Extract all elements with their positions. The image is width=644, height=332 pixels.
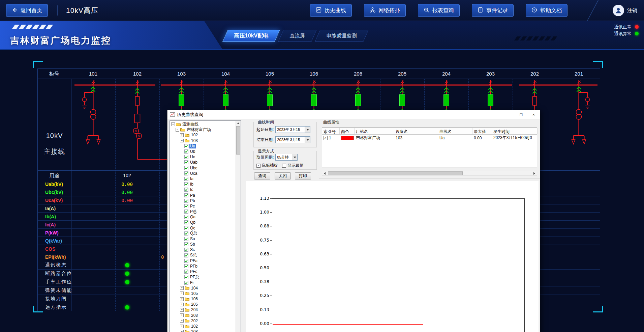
tree-item-Pc[interactable]: Pc bbox=[170, 203, 236, 209]
tree-item-PFa[interactable]: PFa bbox=[170, 258, 236, 264]
tree-expander-icon[interactable]: + bbox=[180, 292, 184, 295]
tree-scrollbar-thumb[interactable] bbox=[236, 126, 240, 155]
status-label: 弹簧未储能 bbox=[45, 287, 72, 294]
scroll-left-icon[interactable] bbox=[322, 171, 327, 175]
tree-expander-icon[interactable]: + bbox=[180, 303, 184, 306]
tree-expander-icon[interactable]: − bbox=[180, 139, 184, 142]
nav-button-event-log[interactable]: 事件记录 bbox=[472, 4, 514, 17]
tree-item-104[interactable]: +104 bbox=[170, 285, 236, 291]
tree-scrollbar[interactable] bbox=[236, 121, 241, 332]
folder-icon bbox=[185, 330, 189, 332]
tree-item-S总[interactable]: S总 bbox=[170, 253, 236, 258]
dropdown-arrow-icon[interactable] bbox=[305, 127, 310, 133]
tree-item-202[interactable]: +202 bbox=[170, 318, 236, 324]
user-avatar-icon bbox=[613, 5, 624, 16]
tree-item-105[interactable]: +105 bbox=[170, 291, 236, 296]
nav-button-history-curve[interactable]: 历史曲线 bbox=[310, 4, 352, 17]
tree-item-102[interactable]: +102 bbox=[170, 132, 236, 138]
tab-高压10kV配电[interactable]: 高压10kV配电 bbox=[222, 30, 280, 42]
tree-item-Fr[interactable]: Fr bbox=[170, 280, 236, 285]
tree-item-label: Uc bbox=[189, 155, 196, 159]
nav-button-label: 帮助文档 bbox=[540, 7, 562, 14]
hscrollbar-thumb[interactable] bbox=[328, 171, 463, 175]
tree-item-Q总[interactable]: Q总 bbox=[170, 231, 236, 236]
tree-item-Uca[interactable]: Uca bbox=[170, 171, 236, 176]
tree-item-Ubc[interactable]: Ubc bbox=[170, 165, 236, 171]
tree-item-103[interactable]: −103 bbox=[170, 138, 236, 143]
tree-expander-icon[interactable]: + bbox=[180, 308, 184, 312]
props-table-hscrollbar[interactable] bbox=[322, 171, 537, 176]
tree-item-label: PFc bbox=[189, 269, 198, 274]
tree-item-P总[interactable]: P总 bbox=[170, 209, 236, 214]
tree-expander-icon[interactable]: − bbox=[171, 122, 175, 126]
meter-value: 0.00 bbox=[71, 180, 183, 188]
tree-expander-icon[interactable]: + bbox=[180, 297, 184, 301]
close-button[interactable]: × bbox=[527, 110, 540, 119]
y-axis-tick bbox=[270, 282, 272, 282]
tree-item-Uab[interactable]: Uab bbox=[170, 160, 236, 165]
tree-expander-icon[interactable]: − bbox=[176, 128, 179, 132]
tree-item-Ib[interactable]: Ib bbox=[170, 182, 236, 187]
dropdown-arrow-icon[interactable] bbox=[305, 137, 310, 143]
tree-item-102[interactable]: +102 bbox=[170, 324, 236, 329]
query-button[interactable]: 查询 bbox=[254, 172, 270, 179]
nav-button-help-doc[interactable]: ?帮助文档 bbox=[526, 4, 568, 17]
tree-item-205[interactable]: +205 bbox=[170, 302, 236, 307]
curve-check-icon bbox=[184, 160, 188, 164]
tree-item-Ub[interactable]: Ub bbox=[170, 149, 236, 154]
tree-item-204[interactable]: +204 bbox=[170, 307, 236, 312]
tree-item-吉林财富广场[interactable]: −吉林财富广场 bbox=[170, 127, 236, 132]
tree-item-遥测曲线[interactable]: −遥测曲线 bbox=[170, 121, 236, 127]
scroll-right-icon[interactable] bbox=[532, 171, 537, 175]
checkbox-显示最值[interactable] bbox=[282, 164, 286, 168]
nav-button-report-query[interactable]: 报表查询 bbox=[418, 4, 460, 17]
folder-icon bbox=[185, 139, 189, 142]
curve-enabled-checkbox[interactable] bbox=[324, 136, 328, 140]
tree-item-Pb[interactable]: Pb bbox=[170, 198, 236, 203]
tree-expander-icon[interactable]: + bbox=[180, 325, 184, 328]
curve-props-row[interactable]: 1吉林财富广场103Ua0.002023年3月15日00时0 bbox=[322, 135, 537, 141]
tree-item-Sc[interactable]: Sc bbox=[170, 247, 236, 252]
tree-item-Qa[interactable]: Qa bbox=[170, 214, 236, 220]
minimize-button[interactable]: – bbox=[502, 110, 515, 119]
tree-item-PFc[interactable]: PFc bbox=[170, 269, 236, 274]
tree-expander-icon[interactable]: + bbox=[180, 319, 184, 323]
start-date-combo[interactable]: 2023年 3月15 bbox=[275, 126, 310, 133]
tree-item-Sa[interactable]: Sa bbox=[170, 236, 236, 242]
tree-item-Ua[interactable]: Ua bbox=[170, 143, 236, 149]
tree-item-Uc[interactable]: Uc bbox=[170, 154, 236, 160]
back-home-button[interactable]: 返回首页 bbox=[6, 4, 48, 17]
maximize-button[interactable]: □ bbox=[515, 110, 527, 119]
tree-item-Ia[interactable]: Ia bbox=[170, 176, 236, 182]
logout-button[interactable]: 注销 bbox=[613, 4, 637, 17]
tree-item-PF总[interactable]: PF总 bbox=[170, 274, 236, 280]
dialog-titlebar[interactable]: 历史曲线查询 –□× bbox=[167, 110, 540, 119]
tree-item-Pa[interactable]: Pa bbox=[170, 192, 236, 198]
close-button[interactable]: 关闭 bbox=[275, 172, 291, 179]
tree-expander-icon[interactable]: + bbox=[180, 330, 184, 332]
status-indicator bbox=[71, 280, 183, 284]
end-date-value: 2023年 3月15 bbox=[276, 137, 305, 142]
scroll-up-icon[interactable] bbox=[236, 121, 241, 126]
tree-item-106[interactable]: +106 bbox=[170, 296, 236, 302]
y-axis-tick bbox=[270, 240, 272, 241]
tree-expander-icon[interactable]: + bbox=[180, 286, 184, 290]
tree-item-Sb[interactable]: Sb bbox=[170, 242, 236, 247]
period-combo[interactable]: 05分钟 bbox=[275, 154, 298, 161]
comm-status-dot bbox=[635, 32, 639, 35]
tab-电能质量监测[interactable]: 电能质量监测 bbox=[315, 30, 369, 42]
tree-item-103[interactable]: +103 bbox=[170, 329, 236, 332]
tree-item-Qc[interactable]: Qc bbox=[170, 225, 236, 231]
nav-button-network-topology[interactable]: 网络拓扑 bbox=[364, 4, 406, 17]
checkbox-鼠标捕捉[interactable] bbox=[256, 164, 260, 168]
print-button[interactable]: 打印 bbox=[295, 172, 311, 179]
tree-item-Ic[interactable]: Ic bbox=[170, 187, 236, 192]
dropdown-arrow-icon[interactable] bbox=[292, 154, 297, 160]
tree-item-Qb[interactable]: Qb bbox=[170, 220, 236, 225]
end-date-combo[interactable]: 2023年 3月15 bbox=[275, 136, 310, 143]
tree-expander-icon[interactable]: + bbox=[180, 133, 184, 137]
tree-item-PFb[interactable]: PFb bbox=[170, 264, 236, 269]
tab-直流屏[interactable]: 直流屏 bbox=[278, 30, 317, 42]
tree-expander-icon[interactable]: + bbox=[180, 313, 184, 317]
tree-item-203[interactable]: +203 bbox=[170, 313, 236, 318]
